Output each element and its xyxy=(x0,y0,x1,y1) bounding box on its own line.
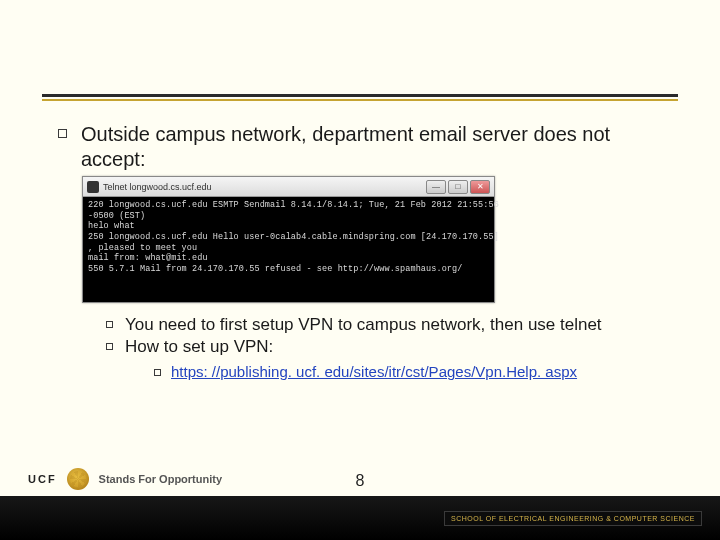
sub-bullet-text: You need to first setup VPN to campus ne… xyxy=(125,315,602,335)
page-number: 8 xyxy=(356,472,365,490)
vpn-help-link[interactable]: https: //publishing. ucf. edu/sites/itr/… xyxy=(171,363,577,380)
link-row: https: //publishing. ucf. edu/sites/itr/… xyxy=(154,363,680,380)
divider-gold xyxy=(42,99,678,101)
main-bullet-text: Outside campus network, department email… xyxy=(81,122,680,172)
terminal-titlebar: Telnet longwood.cs.ucf.edu — □ ✕ xyxy=(83,177,494,197)
terminal-title-text: Telnet longwood.cs.ucf.edu xyxy=(103,182,422,192)
divider-dark xyxy=(42,94,678,97)
close-button[interactable]: ✕ xyxy=(470,180,490,194)
main-bullet-row: Outside campus network, department email… xyxy=(58,122,680,172)
terminal-window: Telnet longwood.cs.ucf.edu — □ ✕ 220 lon… xyxy=(82,176,495,303)
slide-content: Outside campus network, department email… xyxy=(58,122,680,380)
terminal-output: 220 longwood.cs.ucf.edu ESMTP Sendmail 8… xyxy=(83,197,494,302)
square-bullet-icon xyxy=(106,343,113,350)
window-controls: — □ ✕ xyxy=(426,180,490,194)
sub-bullet-text: How to set up VPN: xyxy=(125,337,273,357)
ucf-tagline: Stands For Opportunity xyxy=(99,473,222,485)
square-bullet-icon xyxy=(154,369,161,376)
maximize-button[interactable]: □ xyxy=(448,180,468,194)
square-bullet-icon xyxy=(106,321,113,328)
ucf-pegasus-icon xyxy=(67,468,89,490)
minimize-button[interactable]: — xyxy=(426,180,446,194)
terminal-app-icon xyxy=(87,181,99,193)
footer-bar: SCHOOL OF ELECTRICAL ENGINEERING & COMPU… xyxy=(0,496,720,540)
department-name: SCHOOL OF ELECTRICAL ENGINEERING & COMPU… xyxy=(444,511,702,526)
brand-block: UCF Stands For Opportunity xyxy=(0,462,222,496)
sub-bullet-row: You need to first setup VPN to campus ne… xyxy=(106,315,680,335)
square-bullet-icon xyxy=(58,129,67,138)
terminal-screenshot: Telnet longwood.cs.ucf.edu — □ ✕ 220 lon… xyxy=(82,176,680,303)
sub-bullet-list: You need to first setup VPN to campus ne… xyxy=(106,315,680,380)
sub-bullet-row: How to set up VPN: xyxy=(106,337,680,357)
ucf-wordmark: UCF xyxy=(28,473,57,485)
